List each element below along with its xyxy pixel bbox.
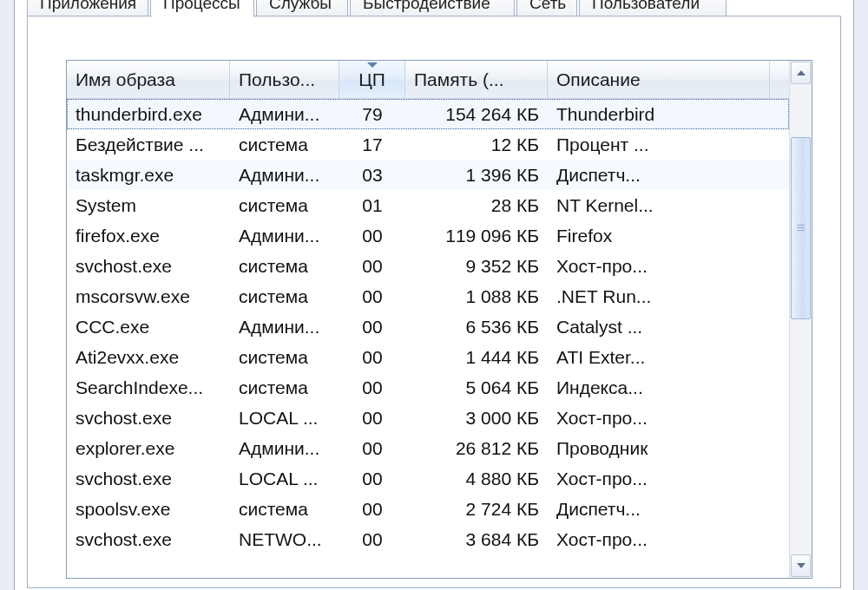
table-row[interactable]: Systemсистема0128 КБNT Kernel... xyxy=(67,190,789,220)
cell-mem: 1 088 КБ xyxy=(405,281,548,311)
cell-desc: Catalyst ... xyxy=(548,311,770,342)
scroll-up-button[interactable] xyxy=(791,62,811,84)
scrollbar-thumb[interactable] xyxy=(791,137,811,319)
tab-panel: Имя образа Пользо... ЦП Память (... Опис… xyxy=(27,16,841,588)
table-row[interactable]: mscorsvw.exeсистема001 088 КБ.NET Run... xyxy=(67,281,789,311)
cell-image: thunderbird.exe xyxy=(67,99,230,129)
cell-desc: ATI Exter... xyxy=(548,342,770,372)
cell-image: System xyxy=(67,190,230,220)
tab-users[interactable]: Пользователи xyxy=(579,0,727,17)
cell-mem: 9 352 КБ xyxy=(405,251,548,281)
cell-mem: 6 536 КБ xyxy=(405,311,548,342)
cell-user: LOCAL ... xyxy=(230,403,339,433)
cell-mem: 28 КБ xyxy=(405,190,548,220)
cell-cpu: 00 xyxy=(339,463,405,494)
svg-marker-1 xyxy=(797,563,806,568)
cell-image: svchost.exe xyxy=(67,251,230,281)
cell-image: Ati2evxx.exe xyxy=(67,342,230,372)
table-row[interactable]: svchost.exeLOCAL ...003 000 КБХост-про..… xyxy=(67,403,789,433)
cell-image: firefox.exe xyxy=(67,220,230,251)
column-header-row: Имя образа Пользо... ЦП Память (... Опис… xyxy=(67,61,789,99)
cell-user: Админи... xyxy=(230,99,339,129)
column-header-description[interactable]: Описание xyxy=(548,61,770,98)
column-header-image-name[interactable]: Имя образа xyxy=(67,61,230,98)
tab-services[interactable]: Службы xyxy=(256,0,348,17)
cell-user: система xyxy=(230,281,339,311)
cell-image: svchost.exe xyxy=(67,463,230,494)
column-header-cpu[interactable]: ЦП xyxy=(339,61,405,98)
vertical-scrollbar[interactable] xyxy=(789,61,812,578)
cell-image: explorer.exe xyxy=(67,433,230,463)
process-list: Имя образа Пользо... ЦП Память (... Опис… xyxy=(66,60,812,579)
cell-mem: 154 264 КБ xyxy=(405,99,548,129)
cell-desc: Хост-про... xyxy=(548,403,770,433)
cell-desc: .NET Run... xyxy=(548,281,770,311)
cell-user: система xyxy=(230,251,339,281)
chevron-down-icon xyxy=(797,563,806,568)
table-row[interactable]: svchost.exeLOCAL ...004 880 КБХост-про..… xyxy=(67,463,789,494)
cell-desc: Диспетч... xyxy=(548,160,770,190)
cell-image: svchost.exe xyxy=(67,524,230,554)
cell-cpu: 00 xyxy=(339,251,405,281)
table-row[interactable]: firefox.exeАдмини...00119 096 КБFirefox xyxy=(67,220,789,251)
table-row[interactable]: Ati2evxx.exeсистема001 444 КБATI Exter..… xyxy=(67,342,789,372)
cell-cpu: 00 xyxy=(339,494,405,524)
table-row[interactable]: taskmgr.exeАдмини...031 396 КБДиспетч... xyxy=(67,160,789,190)
tab-performance[interactable]: Быстродействие xyxy=(350,0,515,17)
column-header-user[interactable]: Пользо... xyxy=(230,61,339,98)
cell-user: Админи... xyxy=(230,433,339,463)
cell-desc: Thunderbird xyxy=(548,99,770,129)
scrollbar-track[interactable] xyxy=(791,85,811,554)
cell-cpu: 00 xyxy=(339,403,405,433)
cell-user: система xyxy=(230,342,339,372)
cell-image: Бездействие ... xyxy=(67,129,230,160)
cell-cpu: 79 xyxy=(339,99,405,129)
column-header-cpu-label: ЦП xyxy=(358,69,385,89)
list-body: Имя образа Пользо... ЦП Память (... Опис… xyxy=(67,61,789,578)
table-row[interactable]: svchost.exeNETWO...003 684 КБХост-про... xyxy=(67,524,789,554)
cell-image: taskmgr.exe xyxy=(67,160,230,190)
cell-desc: Хост-про... xyxy=(548,251,770,281)
cell-mem: 4 880 КБ xyxy=(405,463,548,494)
table-row[interactable]: CCC.exeАдмини...006 536 КБCatalyst ... xyxy=(67,311,789,342)
cell-mem: 119 096 КБ xyxy=(405,220,548,251)
table-row[interactable]: explorer.exeАдмини...0026 812 КБПроводни… xyxy=(67,433,789,463)
table-row[interactable]: Бездействие ...система1712 КБПроцент ... xyxy=(67,129,789,160)
cell-user: NETWO... xyxy=(230,524,339,554)
task-manager-window: Приложения Процессы Службы Быстродействи… xyxy=(14,0,854,590)
cell-desc: Firefox xyxy=(548,220,770,251)
cell-mem: 3 000 КБ xyxy=(405,403,548,433)
cell-user: Админи... xyxy=(230,311,339,342)
cell-cpu: 00 xyxy=(339,342,405,372)
cell-cpu: 01 xyxy=(339,190,405,220)
table-row[interactable]: SearchIndexe...система005 064 КБИндекса.… xyxy=(67,372,789,403)
cell-mem: 1 396 КБ xyxy=(405,160,548,190)
cell-mem: 12 КБ xyxy=(405,129,548,160)
table-row[interactable]: svchost.exeсистема009 352 КБХост-про... xyxy=(67,251,789,281)
cell-cpu: 00 xyxy=(339,372,405,403)
cell-image: SearchIndexe... xyxy=(67,372,230,403)
cell-cpu: 17 xyxy=(339,129,405,160)
cell-mem: 26 812 КБ xyxy=(405,433,548,463)
tab-processes[interactable]: Процессы xyxy=(150,0,254,17)
cell-user: система xyxy=(230,494,339,524)
cell-mem: 5 064 КБ xyxy=(405,372,548,403)
cell-user: Админи... xyxy=(230,160,339,190)
cell-cpu: 00 xyxy=(339,220,405,251)
cell-desc: Хост-про... xyxy=(548,524,770,554)
cell-cpu: 00 xyxy=(339,311,405,342)
cell-cpu: 03 xyxy=(339,160,405,190)
cell-cpu: 00 xyxy=(339,433,405,463)
tab-networking[interactable]: Сеть xyxy=(516,0,577,17)
chevron-up-icon xyxy=(797,70,806,75)
table-row[interactable]: thunderbird.exeАдмини...79154 264 КБThun… xyxy=(67,99,789,129)
column-header-memory[interactable]: Память (... xyxy=(405,61,548,98)
cell-mem: 1 444 КБ xyxy=(405,342,548,372)
table-row[interactable]: spoolsv.exeсистема002 724 КБДиспетч... xyxy=(67,494,789,524)
process-rows: thunderbird.exeАдмини...79154 264 КБThun… xyxy=(67,99,789,578)
tab-applications[interactable]: Приложения xyxy=(27,0,148,17)
cell-image: CCC.exe xyxy=(67,311,230,342)
sort-descending-icon xyxy=(367,62,378,68)
cell-user: Админи... xyxy=(230,220,339,251)
scroll-down-button[interactable] xyxy=(791,554,811,577)
